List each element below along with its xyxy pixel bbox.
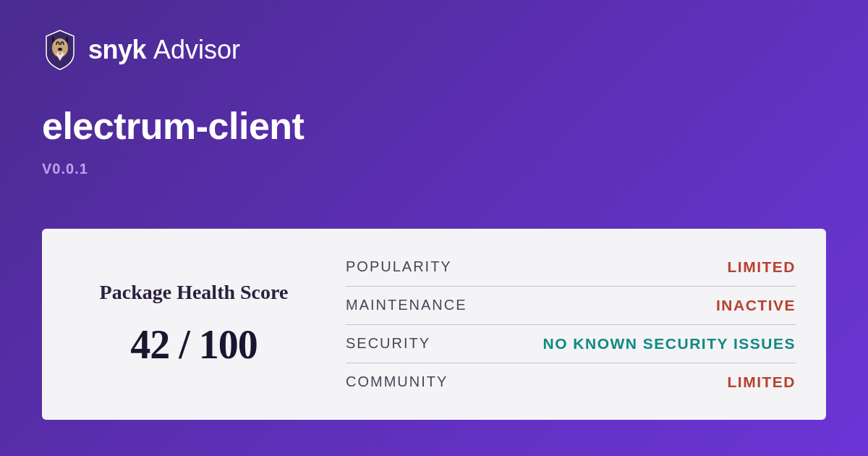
metric-row-maintenance: MAINTENANCE INACTIVE bbox=[346, 287, 796, 325]
metric-value: LIMITED bbox=[728, 373, 796, 391]
metrics-list: POPULARITY LIMITED MAINTENANCE INACTIVE … bbox=[346, 248, 826, 401]
logo-text: snyk Advisor bbox=[88, 35, 240, 65]
metric-value: NO KNOWN SECURITY ISSUES bbox=[543, 335, 796, 352]
metric-row-popularity: POPULARITY LIMITED bbox=[346, 248, 796, 287]
metric-label: POPULARITY bbox=[346, 258, 452, 275]
svg-point-1 bbox=[58, 48, 62, 51]
metric-row-security: SECURITY NO KNOWN SECURITY ISSUES bbox=[346, 325, 796, 363]
health-card: Package Health Score 42 / 100 POPULARITY… bbox=[42, 229, 826, 420]
score-label: Package Health Score bbox=[100, 281, 289, 304]
metric-label: MAINTENANCE bbox=[346, 297, 467, 313]
score-value: 42 / 100 bbox=[130, 321, 258, 368]
snyk-dog-icon bbox=[42, 29, 78, 71]
metric-label: COMMUNITY bbox=[346, 373, 448, 390]
metric-value: INACTIVE bbox=[716, 297, 796, 314]
brand-name: snyk bbox=[88, 35, 146, 65]
metric-value: LIMITED bbox=[728, 258, 796, 276]
brand-product: Advisor bbox=[153, 35, 240, 65]
package-version: V0.0.1 bbox=[42, 161, 826, 177]
header: snyk Advisor bbox=[42, 29, 826, 71]
package-name: electrum-client bbox=[42, 104, 826, 148]
metric-label: SECURITY bbox=[346, 335, 430, 352]
metric-row-community: COMMUNITY LIMITED bbox=[346, 363, 796, 401]
score-section: Package Health Score 42 / 100 bbox=[42, 248, 346, 401]
